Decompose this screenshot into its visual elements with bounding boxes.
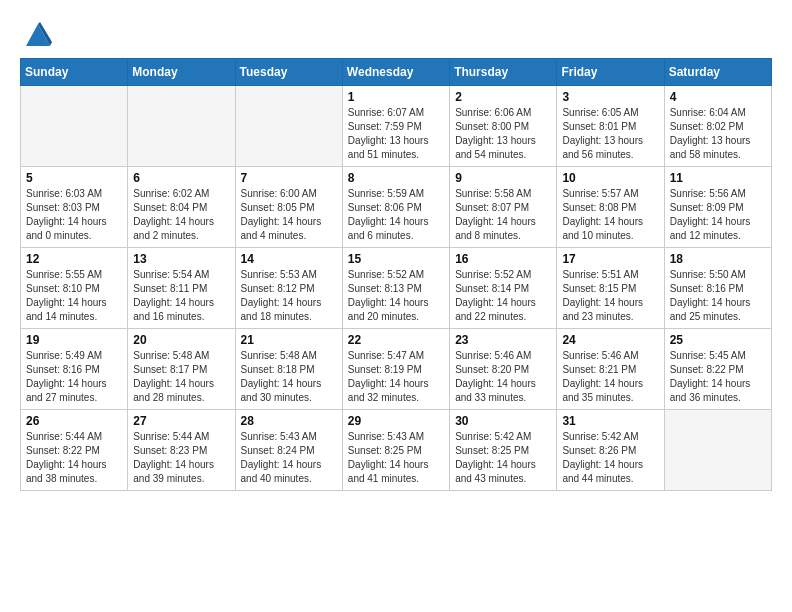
day-info: Sunrise: 5:54 AM Sunset: 8:11 PM Dayligh… xyxy=(133,268,229,324)
day-info: Sunrise: 5:49 AM Sunset: 8:16 PM Dayligh… xyxy=(26,349,122,405)
day-number: 24 xyxy=(562,333,658,347)
header-day-tuesday: Tuesday xyxy=(235,59,342,86)
calendar-cell: 26Sunrise: 5:44 AM Sunset: 8:22 PM Dayli… xyxy=(21,410,128,491)
day-info: Sunrise: 5:53 AM Sunset: 8:12 PM Dayligh… xyxy=(241,268,337,324)
day-info: Sunrise: 5:58 AM Sunset: 8:07 PM Dayligh… xyxy=(455,187,551,243)
calendar-cell: 17Sunrise: 5:51 AM Sunset: 8:15 PM Dayli… xyxy=(557,248,664,329)
calendar-cell: 7Sunrise: 6:00 AM Sunset: 8:05 PM Daylig… xyxy=(235,167,342,248)
calendar-cell: 13Sunrise: 5:54 AM Sunset: 8:11 PM Dayli… xyxy=(128,248,235,329)
day-info: Sunrise: 5:45 AM Sunset: 8:22 PM Dayligh… xyxy=(670,349,766,405)
day-info: Sunrise: 5:47 AM Sunset: 8:19 PM Dayligh… xyxy=(348,349,444,405)
header-day-thursday: Thursday xyxy=(450,59,557,86)
calendar-cell xyxy=(128,86,235,167)
day-number: 29 xyxy=(348,414,444,428)
calendar-cell: 14Sunrise: 5:53 AM Sunset: 8:12 PM Dayli… xyxy=(235,248,342,329)
calendar-cell xyxy=(21,86,128,167)
day-number: 26 xyxy=(26,414,122,428)
day-info: Sunrise: 6:06 AM Sunset: 8:00 PM Dayligh… xyxy=(455,106,551,162)
day-info: Sunrise: 6:03 AM Sunset: 8:03 PM Dayligh… xyxy=(26,187,122,243)
day-info: Sunrise: 5:46 AM Sunset: 8:21 PM Dayligh… xyxy=(562,349,658,405)
header-day-monday: Monday xyxy=(128,59,235,86)
calendar-cell: 31Sunrise: 5:42 AM Sunset: 8:26 PM Dayli… xyxy=(557,410,664,491)
day-number: 8 xyxy=(348,171,444,185)
day-number: 7 xyxy=(241,171,337,185)
day-number: 12 xyxy=(26,252,122,266)
calendar-cell xyxy=(235,86,342,167)
day-number: 17 xyxy=(562,252,658,266)
calendar-week-5: 26Sunrise: 5:44 AM Sunset: 8:22 PM Dayli… xyxy=(21,410,772,491)
day-info: Sunrise: 5:56 AM Sunset: 8:09 PM Dayligh… xyxy=(670,187,766,243)
calendar-cell: 22Sunrise: 5:47 AM Sunset: 8:19 PM Dayli… xyxy=(342,329,449,410)
day-number: 21 xyxy=(241,333,337,347)
day-number: 15 xyxy=(348,252,444,266)
calendar-cell: 9Sunrise: 5:58 AM Sunset: 8:07 PM Daylig… xyxy=(450,167,557,248)
day-number: 14 xyxy=(241,252,337,266)
day-number: 6 xyxy=(133,171,229,185)
day-number: 1 xyxy=(348,90,444,104)
day-number: 9 xyxy=(455,171,551,185)
calendar-cell: 29Sunrise: 5:43 AM Sunset: 8:25 PM Dayli… xyxy=(342,410,449,491)
day-number: 18 xyxy=(670,252,766,266)
calendar-cell: 20Sunrise: 5:48 AM Sunset: 8:17 PM Dayli… xyxy=(128,329,235,410)
day-info: Sunrise: 5:42 AM Sunset: 8:25 PM Dayligh… xyxy=(455,430,551,486)
calendar-cell: 24Sunrise: 5:46 AM Sunset: 8:21 PM Dayli… xyxy=(557,329,664,410)
day-number: 27 xyxy=(133,414,229,428)
day-info: Sunrise: 6:07 AM Sunset: 7:59 PM Dayligh… xyxy=(348,106,444,162)
calendar-week-1: 1Sunrise: 6:07 AM Sunset: 7:59 PM Daylig… xyxy=(21,86,772,167)
calendar-cell: 25Sunrise: 5:45 AM Sunset: 8:22 PM Dayli… xyxy=(664,329,771,410)
calendar-header: SundayMondayTuesdayWednesdayThursdayFrid… xyxy=(21,59,772,86)
header-day-saturday: Saturday xyxy=(664,59,771,86)
logo xyxy=(20,20,52,48)
day-number: 30 xyxy=(455,414,551,428)
day-info: Sunrise: 6:00 AM Sunset: 8:05 PM Dayligh… xyxy=(241,187,337,243)
calendar-cell: 4Sunrise: 6:04 AM Sunset: 8:02 PM Daylig… xyxy=(664,86,771,167)
calendar-cell: 8Sunrise: 5:59 AM Sunset: 8:06 PM Daylig… xyxy=(342,167,449,248)
day-info: Sunrise: 5:57 AM Sunset: 8:08 PM Dayligh… xyxy=(562,187,658,243)
calendar-cell: 12Sunrise: 5:55 AM Sunset: 8:10 PM Dayli… xyxy=(21,248,128,329)
calendar-cell: 16Sunrise: 5:52 AM Sunset: 8:14 PM Dayli… xyxy=(450,248,557,329)
day-number: 28 xyxy=(241,414,337,428)
logo-icon xyxy=(24,20,52,48)
header-row: SundayMondayTuesdayWednesdayThursdayFrid… xyxy=(21,59,772,86)
calendar-table: SundayMondayTuesdayWednesdayThursdayFrid… xyxy=(20,58,772,491)
calendar-cell: 1Sunrise: 6:07 AM Sunset: 7:59 PM Daylig… xyxy=(342,86,449,167)
header-day-sunday: Sunday xyxy=(21,59,128,86)
day-info: Sunrise: 5:44 AM Sunset: 8:23 PM Dayligh… xyxy=(133,430,229,486)
day-info: Sunrise: 5:52 AM Sunset: 8:14 PM Dayligh… xyxy=(455,268,551,324)
calendar-cell: 19Sunrise: 5:49 AM Sunset: 8:16 PM Dayli… xyxy=(21,329,128,410)
day-number: 23 xyxy=(455,333,551,347)
day-info: Sunrise: 5:52 AM Sunset: 8:13 PM Dayligh… xyxy=(348,268,444,324)
calendar-week-3: 12Sunrise: 5:55 AM Sunset: 8:10 PM Dayli… xyxy=(21,248,772,329)
calendar-cell: 10Sunrise: 5:57 AM Sunset: 8:08 PM Dayli… xyxy=(557,167,664,248)
day-info: Sunrise: 5:43 AM Sunset: 8:25 PM Dayligh… xyxy=(348,430,444,486)
calendar-week-4: 19Sunrise: 5:49 AM Sunset: 8:16 PM Dayli… xyxy=(21,329,772,410)
calendar-cell: 11Sunrise: 5:56 AM Sunset: 8:09 PM Dayli… xyxy=(664,167,771,248)
day-info: Sunrise: 5:59 AM Sunset: 8:06 PM Dayligh… xyxy=(348,187,444,243)
day-number: 5 xyxy=(26,171,122,185)
page-header xyxy=(20,20,772,48)
day-number: 19 xyxy=(26,333,122,347)
calendar-cell xyxy=(664,410,771,491)
day-info: Sunrise: 5:55 AM Sunset: 8:10 PM Dayligh… xyxy=(26,268,122,324)
day-info: Sunrise: 5:48 AM Sunset: 8:17 PM Dayligh… xyxy=(133,349,229,405)
header-day-friday: Friday xyxy=(557,59,664,86)
day-info: Sunrise: 5:48 AM Sunset: 8:18 PM Dayligh… xyxy=(241,349,337,405)
day-info: Sunrise: 5:50 AM Sunset: 8:16 PM Dayligh… xyxy=(670,268,766,324)
calendar-cell: 21Sunrise: 5:48 AM Sunset: 8:18 PM Dayli… xyxy=(235,329,342,410)
day-info: Sunrise: 6:04 AM Sunset: 8:02 PM Dayligh… xyxy=(670,106,766,162)
day-number: 31 xyxy=(562,414,658,428)
calendar-week-2: 5Sunrise: 6:03 AM Sunset: 8:03 PM Daylig… xyxy=(21,167,772,248)
calendar-cell: 27Sunrise: 5:44 AM Sunset: 8:23 PM Dayli… xyxy=(128,410,235,491)
calendar-cell: 5Sunrise: 6:03 AM Sunset: 8:03 PM Daylig… xyxy=(21,167,128,248)
header-day-wednesday: Wednesday xyxy=(342,59,449,86)
calendar-cell: 30Sunrise: 5:42 AM Sunset: 8:25 PM Dayli… xyxy=(450,410,557,491)
day-info: Sunrise: 5:46 AM Sunset: 8:20 PM Dayligh… xyxy=(455,349,551,405)
day-info: Sunrise: 5:51 AM Sunset: 8:15 PM Dayligh… xyxy=(562,268,658,324)
day-number: 11 xyxy=(670,171,766,185)
day-number: 22 xyxy=(348,333,444,347)
day-number: 13 xyxy=(133,252,229,266)
day-info: Sunrise: 5:44 AM Sunset: 8:22 PM Dayligh… xyxy=(26,430,122,486)
calendar-cell: 6Sunrise: 6:02 AM Sunset: 8:04 PM Daylig… xyxy=(128,167,235,248)
day-info: Sunrise: 6:05 AM Sunset: 8:01 PM Dayligh… xyxy=(562,106,658,162)
day-number: 3 xyxy=(562,90,658,104)
